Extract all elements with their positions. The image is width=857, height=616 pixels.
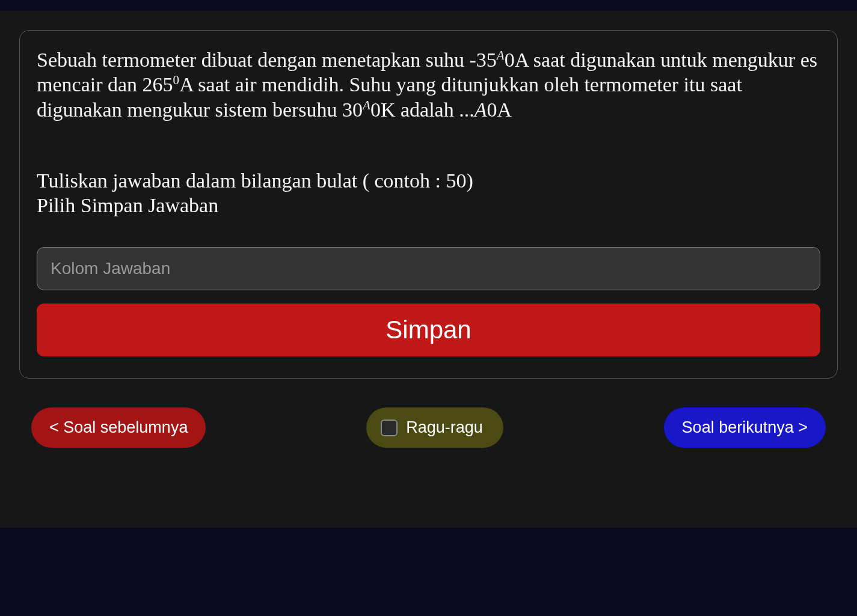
doubt-label: Ragu-ragu	[406, 418, 483, 437]
q-tail: 0A	[487, 99, 512, 121]
q-seg-1: Sebuah termometer dibuat dengan menetapk…	[37, 49, 497, 71]
question-card: Sebuah termometer dibuat dengan menetapk…	[19, 30, 838, 379]
app-frame: Sebuah termometer dibuat dengan menetapk…	[0, 0, 857, 616]
answer-instructions: Tuliskan jawaban dalam bilangan bulat ( …	[37, 169, 820, 218]
save-button[interactable]: Simpan	[37, 303, 820, 356]
q-tail-ital: A	[475, 99, 487, 121]
q-seg-4: 0K adalah ...	[370, 99, 475, 121]
page-body: Sebuah termometer dibuat dengan menetapk…	[0, 11, 857, 528]
q-sup-3: A	[363, 98, 370, 112]
q-sup-2: 0	[173, 73, 180, 87]
prev-question-button[interactable]: < Soal sebelumnya	[31, 407, 206, 448]
instr-line-1: Tuliskan jawaban dalam bilangan bulat ( …	[37, 169, 473, 192]
nav-row: < Soal sebelumnya Ragu-ragu Soal berikut…	[19, 407, 838, 448]
q-sup-1: A	[497, 48, 505, 63]
instr-line-2: Pilih Simpan Jawaban	[37, 194, 218, 216]
question-text: Sebuah termometer dibuat dengan menetapk…	[37, 47, 820, 122]
next-question-button[interactable]: Soal berikutnya >	[664, 407, 826, 448]
doubt-checkbox-icon	[381, 419, 398, 436]
doubt-toggle[interactable]: Ragu-ragu	[366, 407, 503, 448]
answer-input[interactable]	[37, 247, 820, 290]
